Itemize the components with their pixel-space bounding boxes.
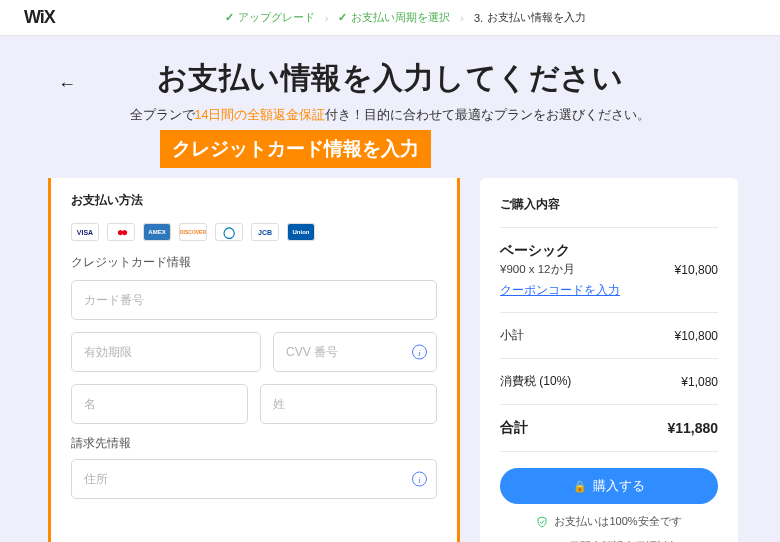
divider xyxy=(500,227,718,228)
chevron-right-icon: › xyxy=(460,12,464,24)
last-name-input[interactable] xyxy=(260,384,437,424)
divider xyxy=(500,358,718,359)
step-billing-cycle: ✓ お支払い周期を選択 xyxy=(338,10,450,25)
info-icon[interactable]: i xyxy=(412,472,427,487)
cc-info-label: クレジットカード情報 xyxy=(71,255,437,270)
amex-icon: AMEX xyxy=(143,223,171,241)
check-icon: ✓ xyxy=(225,11,234,24)
order-summary-card: ご購入内容 ベーシック ¥900 x 12か月 クーポンコードを入力 ¥10,8… xyxy=(480,178,738,542)
total-value: ¥11,880 xyxy=(667,420,718,436)
purchase-label: 購入する xyxy=(593,478,645,495)
purchase-button[interactable]: 🔒 購入する xyxy=(500,468,718,504)
tax-value: ¥1,080 xyxy=(681,375,718,389)
plan-name: ベーシック xyxy=(500,242,620,260)
logo: WiX xyxy=(24,7,55,28)
check-icon: ✓ xyxy=(338,11,347,24)
page-title: お支払い情報を入力してください xyxy=(40,58,740,99)
step-label: お支払い情報を入力 xyxy=(487,10,586,25)
assurance-safe: お支払いは100%安全です xyxy=(500,514,718,529)
visa-icon: VISA xyxy=(71,223,99,241)
subtotal-row: 小計 ¥10,800 xyxy=(500,327,718,344)
divider xyxy=(500,451,718,452)
step-payment-info: 3. お支払い情報を入力 xyxy=(474,10,586,25)
plan-sub: ¥900 x 12か月 xyxy=(500,262,620,277)
tax-row: 消費税 (10%) ¥1,080 xyxy=(500,373,718,390)
payment-method-title: お支払い方法 xyxy=(71,192,437,209)
subtitle-highlight: 14日間の全額返金保証 xyxy=(195,108,326,122)
back-button[interactable]: ← xyxy=(58,74,76,95)
subtotal-value: ¥10,800 xyxy=(675,329,718,343)
checkout-steps: ✓ アップグレード › ✓ お支払い周期を選択 › 3. お支払い情報を入力 xyxy=(225,10,587,25)
step-label: お支払い周期を選択 xyxy=(351,10,450,25)
expiry-input[interactable] xyxy=(71,332,261,372)
jcb-icon: JCB xyxy=(251,223,279,241)
discover-icon: DISCOVER xyxy=(179,223,207,241)
lock-icon: 🔒 xyxy=(573,480,587,493)
topbar: WiX ✓ アップグレード › ✓ お支払い周期を選択 › 3. お支払い情報を… xyxy=(0,0,780,36)
page-subtitle: 全プランで14日間の全額返金保証付き！目的に合わせて最適なプランをお選びください… xyxy=(40,107,740,124)
divider xyxy=(500,404,718,405)
unionpay-icon: Union xyxy=(287,223,315,241)
subtitle-pre: 全プランで xyxy=(130,108,195,122)
address-input[interactable] xyxy=(71,459,437,499)
chevron-right-icon: › xyxy=(325,12,329,24)
billing-info-label: 請求先情報 xyxy=(71,436,437,451)
hero: ← お支払い情報を入力してください 全プランで14日間の全額返金保証付き！目的に… xyxy=(0,36,780,180)
info-icon[interactable]: i xyxy=(412,345,427,360)
total-label: 合計 xyxy=(500,419,528,437)
card-number-input[interactable] xyxy=(71,280,437,320)
divider xyxy=(500,312,718,313)
assurance-safe-text: お支払いは100%安全です xyxy=(554,514,681,529)
first-name-input[interactable] xyxy=(71,384,248,424)
order-summary-title: ご購入内容 xyxy=(500,196,718,213)
step-label: アップグレード xyxy=(238,10,315,25)
subtitle-post: 付き！目的に合わせて最適なプランをお選びください。 xyxy=(325,108,650,122)
diners-icon: ◯ xyxy=(215,223,243,241)
plan-price: ¥10,800 xyxy=(675,263,718,277)
accepted-cards: VISA ●● AMEX DISCOVER ◯ JCB Union xyxy=(71,223,437,241)
shield-check-icon xyxy=(536,516,548,528)
payment-form-card: お支払い方法 VISA ●● AMEX DISCOVER ◯ JCB Union… xyxy=(48,178,460,542)
step-number: 3. xyxy=(474,12,483,24)
content: お支払い方法 VISA ●● AMEX DISCOVER ◯ JCB Union… xyxy=(0,178,780,542)
mastercard-icon: ●● xyxy=(107,223,135,241)
coupon-link[interactable]: クーポンコードを入力 xyxy=(500,283,620,298)
plan-row: ベーシック ¥900 x 12か月 クーポンコードを入力 ¥10,800 xyxy=(500,242,718,298)
tax-label: 消費税 (10%) xyxy=(500,373,571,390)
total-row: 合計 ¥11,880 xyxy=(500,419,718,437)
callout-banner: クレジットカード情報を入力 xyxy=(160,130,431,168)
step-upgrade: ✓ アップグレード xyxy=(225,10,315,25)
subtotal-label: 小計 xyxy=(500,327,524,344)
